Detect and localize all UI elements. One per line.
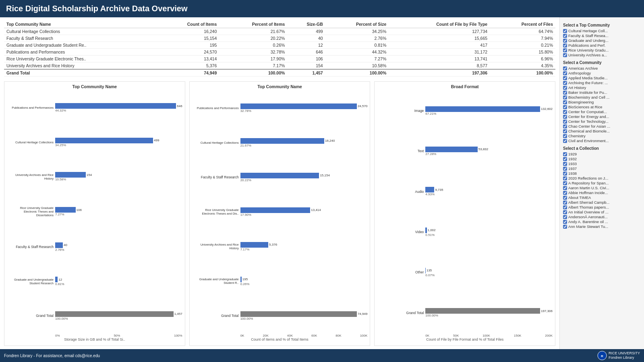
bar-value: 499 <box>154 139 159 142</box>
checkbox-input[interactable] <box>563 181 567 185</box>
checkbox-input[interactable] <box>563 105 567 109</box>
checkbox-input[interactable] <box>563 162 567 166</box>
checkbox-item[interactable]: Cultural Heritage Coll... <box>563 29 641 33</box>
checkbox-item[interactable]: An Initial Overview of ... <box>563 210 641 214</box>
bar-wrap: 64644.32% <box>55 103 182 112</box>
table-cell: 1,457 <box>287 69 325 77</box>
checkbox-input[interactable] <box>563 43 567 48</box>
checkbox-item[interactable]: Center for Technology... <box>563 119 641 124</box>
checkbox-item[interactable]: 1932 <box>563 157 641 161</box>
checkbox-input[interactable] <box>563 115 567 119</box>
checkbox-item[interactable]: Chao Center for Asian ... <box>563 124 641 128</box>
checkbox-item[interactable]: Aaron Martin U.S. Civi... <box>563 186 641 190</box>
checkbox-input[interactable] <box>563 129 567 133</box>
checkbox-item[interactable]: Archiving the Future: ... <box>563 81 641 85</box>
checkbox-item[interactable]: Albert Thomas papers... <box>563 205 641 209</box>
checkbox-item[interactable]: About TIMEA <box>563 195 641 200</box>
checkbox-item[interactable]: Baker Institute for Pu... <box>563 90 641 95</box>
checkbox-label: 2020 Reflections on J... <box>568 176 608 180</box>
checkbox-input[interactable] <box>563 39 567 43</box>
checkbox-item[interactable]: Anthropology <box>563 71 641 75</box>
checkbox-input[interactable] <box>563 134 567 138</box>
checkbox-item[interactable]: Applied Media Studie... <box>563 76 641 80</box>
checkbox-item[interactable]: Americas Archive <box>563 66 641 70</box>
checkbox-input[interactable] <box>563 196 567 200</box>
checkbox-item[interactable]: 1929 <box>563 152 641 156</box>
bar-label: Publications and Performances <box>192 106 240 110</box>
bar-fill <box>240 311 357 317</box>
checkbox-item[interactable]: A Repository for Span... <box>563 181 641 185</box>
bar-wrap: 74,949100.00% <box>240 311 368 321</box>
checkbox-item[interactable]: Center for Computati... <box>563 110 641 114</box>
checkbox-item[interactable]: 1938 <box>563 171 641 176</box>
checkbox-input[interactable] <box>563 66 567 70</box>
bar-label: University Archives and Rice History <box>192 243 240 250</box>
checkbox-input[interactable] <box>563 215 567 219</box>
checkbox-item[interactable]: Rice University Gradu... <box>563 48 641 52</box>
checkbox-item[interactable]: Publications and Perf. <box>563 43 641 48</box>
checkbox-input[interactable] <box>563 71 567 75</box>
axis-label: 50K <box>453 334 459 337</box>
checkbox-input[interactable] <box>563 191 567 195</box>
checkbox-input[interactable] <box>563 176 567 180</box>
checkbox-input[interactable] <box>563 100 567 104</box>
checkbox-item[interactable]: Bioengineering <box>563 100 641 104</box>
table-cell: 31,172 <box>389 49 490 56</box>
checkbox-input[interactable] <box>563 225 567 229</box>
checkbox-input[interactable] <box>563 120 567 124</box>
checkbox-item[interactable]: 2020 Reflections on J... <box>563 176 641 180</box>
bar-fill <box>425 106 540 112</box>
bar-value: 53,832 <box>478 147 488 151</box>
checkbox-input[interactable] <box>563 124 567 128</box>
checkbox-label: Biochemistry and Cell ... <box>568 95 609 99</box>
checkbox-input[interactable] <box>563 201 567 205</box>
bar-wrap: 402.76% <box>55 242 182 252</box>
checkbox-input[interactable] <box>563 172 567 176</box>
checkbox-input[interactable] <box>563 110 567 114</box>
checkbox-input[interactable] <box>563 205 567 209</box>
checkbox-item[interactable]: Chemistry <box>563 134 641 138</box>
checkbox-item[interactable]: Ann Marie Stewart Tu... <box>563 224 641 229</box>
checkbox-item[interactable]: Albert Sherrad Campb... <box>563 200 641 205</box>
checkbox-input[interactable] <box>563 81 567 85</box>
checkbox-input[interactable] <box>563 34 567 38</box>
checkbox-input[interactable] <box>563 53 567 57</box>
checkbox-input[interactable] <box>563 91 567 95</box>
checkbox-item[interactable]: Chemical and Biomole... <box>563 129 641 133</box>
checkbox-item[interactable]: 1937 <box>563 166 641 171</box>
bar-label: Rice University Graduate Electronic Thes… <box>192 208 240 215</box>
checkbox-input[interactable] <box>563 210 567 214</box>
checkbox-input[interactable] <box>563 95 567 99</box>
checkbox-item[interactable]: Abbie Hoffman Incide... <box>563 190 641 195</box>
checkbox-label: Publications and Perf. <box>568 43 605 48</box>
checkbox-item[interactable]: University Archives a... <box>563 53 641 57</box>
checkbox-item[interactable]: BioSciences at Rice <box>563 105 641 109</box>
checkbox-item[interactable]: AndersonÂ Aeronauti... <box>563 215 641 219</box>
bar-pct: 100.00% <box>240 317 368 321</box>
checkbox-item[interactable]: 1933 <box>563 161 641 166</box>
checkbox-input[interactable] <box>563 220 567 224</box>
checkbox-input[interactable] <box>563 48 567 52</box>
checkbox-label: Center for Computati... <box>568 110 607 114</box>
checkbox-input[interactable] <box>563 76 567 80</box>
bar-value: 1,002 <box>428 228 436 232</box>
checkbox-input[interactable] <box>563 86 567 90</box>
checkbox-item[interactable]: Andy A. Barentine oil ... <box>563 219 641 224</box>
bar-row: Cultural Heritage Collections16,24021.67… <box>192 138 368 147</box>
checkbox-item[interactable]: Civil and Environment... <box>563 139 641 143</box>
checkbox-input[interactable] <box>563 29 567 33</box>
checkbox-item[interactable]: Center for Energy and... <box>563 114 641 119</box>
table-cell: 34.25% <box>325 28 389 35</box>
checkbox-item[interactable]: Biochemistry and Cell ... <box>563 95 641 99</box>
table-cell: Rice University Graduate Electronic Thes… <box>4 56 157 62</box>
checkbox-item[interactable]: Faculty & Staff Resea... <box>563 33 641 38</box>
bar-wrap: 15410.58% <box>55 172 182 181</box>
checkbox-input[interactable] <box>563 152 567 156</box>
checkbox-item[interactable]: Graduate and Underg... <box>563 38 641 43</box>
checkbox-item[interactable]: Art History <box>563 85 641 90</box>
checkbox-input[interactable] <box>563 186 567 190</box>
table-row: Faculty & Staff Research15,15420.22%402.… <box>4 35 555 42</box>
checkbox-input[interactable] <box>563 157 567 161</box>
checkbox-input[interactable] <box>563 139 567 143</box>
checkbox-input[interactable] <box>563 167 567 171</box>
